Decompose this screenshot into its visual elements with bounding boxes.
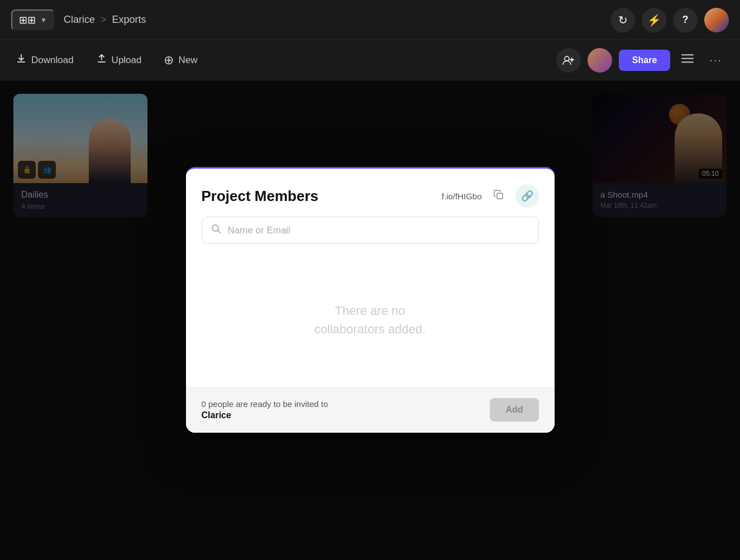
breadcrumb: Clarice > Exports — [64, 14, 146, 26]
breadcrumb-separator: > — [101, 14, 107, 26]
nav-actions: ↻ ⚡ ? — [610, 8, 729, 32]
logo-button[interactable]: ⊞ ▼ — [11, 9, 55, 31]
copy-icon — [493, 192, 504, 203]
copy-link-button[interactable] — [491, 187, 507, 205]
refresh-icon: ↻ — [618, 13, 628, 27]
project-members-modal: Project Members f.io/fHIGbo 🔗 — [186, 167, 555, 433]
activity-button[interactable]: ⚡ — [642, 8, 666, 32]
svg-point-2 — [565, 56, 569, 61]
svg-rect-3 — [681, 54, 694, 56]
download-label: Download — [31, 55, 74, 66]
add-button-label: Add — [505, 405, 523, 414]
current-user-avatar — [588, 48, 612, 73]
lightning-icon: ⚡ — [647, 13, 661, 27]
search-input[interactable] — [228, 225, 529, 236]
modal-title: Project Members — [202, 188, 433, 205]
modal-link-text: f.io/fHIGbo — [442, 192, 482, 201]
new-icon: ⊕ — [164, 53, 174, 68]
svg-rect-5 — [681, 61, 694, 63]
svg-point-7 — [212, 225, 218, 231]
question-icon: ? — [682, 14, 689, 26]
share-button[interactable]: Share — [619, 50, 670, 71]
share-label: Share — [632, 55, 657, 65]
breadcrumb-section: Exports — [112, 14, 146, 26]
share-link-button[interactable]: 🔗 — [515, 184, 539, 208]
svg-rect-0 — [17, 61, 25, 63]
download-icon — [16, 53, 27, 67]
add-collaborators-button[interactable]: Add — [490, 398, 538, 422]
new-button[interactable]: ⊕ New — [161, 49, 199, 72]
upload-icon — [96, 53, 107, 67]
upload-label: Upload — [112, 55, 142, 66]
list-view-button[interactable] — [677, 52, 698, 68]
svg-rect-1 — [98, 61, 106, 63]
svg-rect-6 — [497, 193, 503, 199]
breadcrumb-project[interactable]: Clarice — [64, 14, 95, 26]
user-avatar-button[interactable] — [704, 8, 729, 32]
tray-icon: ⊞ — [19, 14, 36, 26]
modal-body: There are nocollaborators added. — [186, 217, 555, 387]
invite-count-text: 0 people are ready to be invited to — [202, 399, 328, 409]
more-options-button[interactable]: ··· — [705, 51, 727, 69]
add-member-button[interactable] — [556, 48, 581, 73]
new-label: New — [178, 55, 197, 66]
main-content-area: 🔒 👥 Dailies 4 items 05:10 a Shoot.mp4 Ma… — [0, 80, 740, 560]
modal-header: Project Members f.io/fHIGbo 🔗 — [186, 169, 555, 217]
empty-state-message: There are nocollaborators added. — [314, 301, 426, 338]
help-button[interactable]: ? — [673, 8, 698, 32]
list-icon — [681, 54, 694, 65]
toolbar-right-actions: Share ··· — [556, 48, 727, 73]
download-button[interactable]: Download — [13, 49, 76, 71]
toolbar: Download Upload ⊕ New Share — [0, 40, 740, 80]
footer-invite-info: 0 people are ready to be invited to Clar… — [202, 399, 328, 420]
ellipsis-icon: ··· — [709, 54, 722, 66]
search-icon — [211, 224, 221, 237]
refresh-button[interactable]: ↻ — [610, 8, 635, 32]
upload-button[interactable]: Upload — [94, 49, 144, 71]
footer-project-name: Clarice — [202, 410, 328, 420]
member-search-box[interactable] — [202, 217, 539, 244]
top-navigation: ⊞ ▼ Clarice > Exports ↻ ⚡ ? — [0, 0, 740, 40]
modal-footer: 0 people are ready to be invited to Clar… — [186, 387, 555, 433]
svg-rect-4 — [681, 58, 694, 60]
empty-collaborators-state: There are nocollaborators added. — [202, 253, 539, 387]
link-icon: 🔗 — [521, 190, 533, 202]
nav-dropdown-icon: ▼ — [40, 16, 47, 24]
